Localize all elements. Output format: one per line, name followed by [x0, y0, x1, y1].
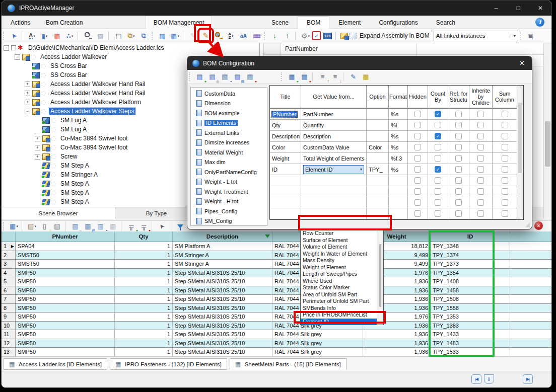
cell-title[interactable]: [270, 197, 301, 208]
cell-qty[interactable]: 1: [115, 277, 173, 286]
cell-description[interactable]: Step SMetal AISI310S 25/10: [173, 269, 272, 278]
cell-qty[interactable]: 1: [115, 286, 173, 295]
nav-download-icon[interactable]: [484, 374, 494, 384]
cell-option[interactable]: TPY_: [367, 164, 389, 175]
cell-option[interactable]: [367, 153, 389, 164]
cell-hidden[interactable]: [408, 175, 428, 186]
cell-inherited[interactable]: [469, 164, 493, 175]
cell-option[interactable]: [367, 208, 389, 219]
count-by-checkbox[interactable]: [435, 144, 441, 150]
cell-format[interactable]: %f.3: [389, 153, 408, 164]
inherited-checkbox[interactable]: [477, 166, 484, 173]
cell-sum-column[interactable]: [493, 208, 517, 219]
cell-option[interactable]: [367, 186, 389, 197]
cell-sum-column[interactable]: [493, 186, 517, 197]
tree-item-label[interactable]: SS Cross Bar: [49, 71, 89, 79]
ref-checkbox[interactable]: [455, 188, 462, 195]
count-by-checkbox[interactable]: [435, 199, 441, 206]
cell-hidden[interactable]: [408, 109, 428, 119]
cell-get-value-from[interactable]: ▾: [301, 186, 367, 197]
nav-first-icon[interactable]: [471, 374, 481, 384]
config-table-row[interactable]: ▾: [270, 186, 517, 197]
print-preview-icon[interactable]: [39, 221, 50, 231]
count-by-checkbox[interactable]: [435, 133, 441, 139]
config-copy-icon[interactable]: [232, 71, 243, 83]
cell-ref-structure[interactable]: [448, 197, 469, 208]
cell-option[interactable]: [367, 175, 389, 186]
cell-hidden[interactable]: [408, 164, 428, 175]
cell-pnumber[interactable]: SMP50: [16, 295, 115, 304]
ref-checkbox[interactable]: [455, 177, 462, 184]
inherited-checkbox[interactable]: [477, 133, 484, 139]
cell-ref-structure[interactable]: [448, 153, 469, 164]
property-row[interactable]: PartNumber: [264, 43, 548, 55]
filter-icon[interactable]: [174, 221, 186, 231]
cell-format[interactable]: [389, 175, 408, 186]
cell-get-value-from[interactable]: ▾: [301, 208, 367, 219]
sum-checkbox[interactable]: [502, 199, 508, 206]
cell-get-value-from[interactable]: PartNumber PartNumber ▾: [301, 109, 367, 119]
config-table-row[interactable]: ▾: [270, 208, 517, 219]
cell-description[interactable]: Step SMetal AISI310S 25/10: [173, 330, 272, 339]
cell-title[interactable]: [270, 208, 301, 219]
dropdown-option[interactable]: Where Used: [301, 278, 377, 285]
tree-expander-icon[interactable]: [25, 109, 30, 114]
cell-count-by[interactable]: [428, 131, 448, 141]
cell-option[interactable]: Color: [367, 142, 389, 152]
tree-expander-icon[interactable]: [25, 82, 30, 87]
bom-table-row[interactable]: 13▶ SMP50 1 Step SMetal AISI310S 25/10 R…: [2, 348, 551, 357]
cell-sum-column[interactable]: [493, 109, 517, 119]
zoom-out-icon[interactable]: [82, 30, 94, 41]
cell-pnumber[interactable]: SMP50: [16, 286, 115, 295]
tree-expander-icon[interactable]: [25, 91, 30, 96]
dropdown-option[interactable]: Element ID: [301, 319, 377, 326]
hidden-checkbox[interactable]: [414, 177, 421, 184]
ref-checkbox[interactable]: [455, 166, 462, 173]
config-list-item[interactable]: External Links: [191, 128, 267, 138]
cell-id[interactable]: TPY_1348: [431, 242, 510, 251]
cell-get-value-from[interactable]: ▾: [301, 175, 367, 186]
cell-qty[interactable]: 1: [115, 330, 173, 339]
sum-checkbox[interactable]: [502, 144, 508, 150]
cell-title[interactable]: Weight: [270, 153, 301, 164]
rename-sort-icon[interactable]: [238, 30, 249, 41]
tree-item-label[interactable]: Access Ladder Walkover: [39, 53, 108, 60]
bom-table-row[interactable]: 11▶ SMP50 1 Step SMetal AISI310S 25/10 R…: [2, 330, 551, 339]
cell-ref-structure[interactable]: [448, 142, 469, 152]
bom-table-row[interactable]: 10▶ SMP50 1 Step SMetal AISI310S 25/10 R…: [2, 322, 551, 331]
snapshot-icon[interactable]: [525, 30, 536, 41]
cell-qty[interactable]: 1: [115, 339, 173, 348]
tab-bom-management[interactable]: BOM Management: [146, 16, 212, 29]
count-display-icon[interactable]: [322, 30, 333, 41]
cell-format[interactable]: [389, 186, 408, 197]
config-list-item[interactable]: Weight - L tot: [191, 177, 267, 187]
count-by-checkbox[interactable]: [435, 166, 441, 173]
count-by-checkbox[interactable]: [435, 210, 441, 217]
ref-checkbox[interactable]: [455, 122, 462, 128]
ref-checkbox[interactable]: [455, 133, 462, 139]
cell-id[interactable]: TPY_1408: [431, 277, 510, 286]
tab[interactable]: Scene: [262, 16, 298, 29]
tree-checkbox[interactable]: [11, 45, 16, 50]
cell-color[interactable]: RAL 7044 Silk grey: [272, 348, 363, 357]
dropdown-option[interactable]: Area of Unfold SM Part: [301, 291, 377, 298]
tree-expander-icon[interactable]: [15, 54, 20, 60]
cell-format[interactable]: %s: [389, 142, 408, 152]
cell-qty[interactable]: 1: [115, 322, 173, 331]
cell-id[interactable]: TPY_1354: [431, 269, 510, 278]
cell-count-by[interactable]: [428, 208, 448, 219]
dropdown-option[interactable]: Price in IPROBOMPriceList: [301, 311, 377, 319]
tree-item-label[interactable]: SM Step A: [59, 189, 91, 196]
paste-icon[interactable]: [26, 221, 38, 231]
ref-checkbox[interactable]: [455, 144, 462, 150]
close-table-icon[interactable]: [534, 221, 543, 230]
print-icon[interactable]: [51, 221, 63, 231]
cell-description[interactable]: Step SMetal AISI310S 25/10: [173, 322, 272, 331]
group-remove-icon[interactable]: [138, 221, 150, 231]
cell-qty[interactable]: 1: [115, 260, 173, 269]
cell-qty[interactable]: 1: [115, 348, 173, 357]
cell-pnumber[interactable]: SMP50: [16, 339, 115, 348]
tree-item-label[interactable]: Access Ladder Walkover Hand Rail: [49, 81, 147, 88]
cell-qty[interactable]: 1: [115, 312, 173, 322]
tree-item-label[interactable]: D:\Guide\ICMechanical\ID Elem\Access Lad…: [27, 44, 165, 51]
